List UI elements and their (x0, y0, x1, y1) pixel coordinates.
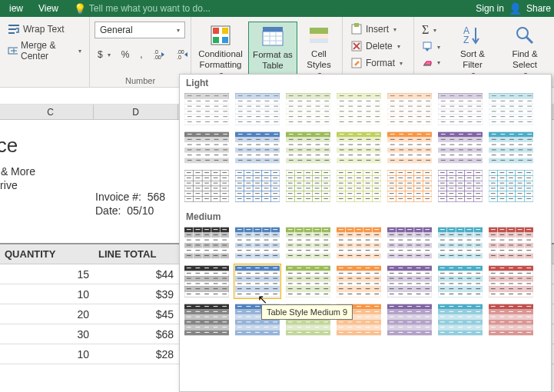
gallery-tooltip: Table Style Medium 9 (261, 304, 353, 320)
table-style-gallery[interactable]: Light Medium (179, 74, 552, 392)
table-style-thumb[interactable] (183, 225, 231, 261)
find-icon (513, 23, 537, 48)
cell-quantity[interactable]: 15 (0, 264, 94, 284)
wrap-text-button[interactable]: Wrap Text (5, 22, 85, 37)
table-style-thumb[interactable] (386, 91, 433, 127)
increase-decimal-button[interactable]: .0.00 (151, 48, 169, 61)
svg-point-32 (517, 28, 528, 38)
table-style-thumb[interactable] (284, 225, 332, 261)
svg-rect-906 (516, 175, 525, 181)
table-style-thumb[interactable] (386, 130, 433, 165)
col-header-d[interactable]: D (94, 105, 178, 119)
fill-button[interactable]: ▾ (419, 40, 443, 54)
cell-quantity[interactable]: 10 (0, 344, 94, 364)
col-header-c[interactable]: C (8, 105, 94, 119)
table-style-thumb[interactable] (284, 264, 332, 299)
svg-rect-910 (506, 181, 516, 186)
table-style-thumb[interactable] (234, 91, 281, 127)
table-style-thumb[interactable] (386, 264, 433, 299)
table-style-thumb[interactable] (487, 168, 535, 204)
table-style-thumb[interactable] (386, 302, 433, 337)
cell-quantity[interactable]: 30 (0, 324, 94, 344)
table-style-thumb[interactable] (284, 130, 332, 165)
table-style-thumb[interactable] (183, 302, 231, 337)
sort-filter-button[interactable]: AZ Sort & Filter▾ (448, 22, 497, 79)
table-style-thumb[interactable] (234, 130, 281, 165)
svg-rect-359 (286, 137, 330, 142)
svg-rect-144 (337, 104, 381, 109)
table-style-thumb[interactable] (284, 168, 332, 204)
format-button[interactable]: Format▾ (347, 55, 409, 71)
table-style-thumb[interactable] (386, 225, 433, 261)
svg-rect-71 (235, 98, 280, 104)
table-style-thumb[interactable] (487, 264, 535, 299)
table-style-thumb[interactable] (183, 130, 231, 165)
merge-center-button[interactable]: Merge & Center ▾ (5, 38, 85, 63)
autosum-button[interactable]: Σ▾ (419, 22, 443, 38)
svg-rect-1455 (489, 271, 533, 276)
svg-rect-792 (423, 181, 432, 186)
table-style-thumb[interactable] (386, 168, 433, 204)
table-style-thumb[interactable] (183, 91, 231, 127)
cell-line-total[interactable]: $44 (94, 264, 178, 284)
decrease-decimal-button[interactable]: .00.0 (174, 48, 192, 61)
cell-line-total[interactable]: $39 (94, 284, 178, 304)
table-style-thumb[interactable] (284, 91, 332, 127)
cell-line-total[interactable]: $68 (94, 324, 178, 344)
find-select-button[interactable]: Find & Select▾ (500, 22, 549, 79)
number-format-dropdown[interactable]: General ▾ (95, 22, 185, 38)
table-style-thumb[interactable] (436, 225, 484, 261)
chevron-down-icon: ▾ (78, 48, 81, 55)
insert-button[interactable]: Insert▾ (347, 22, 409, 37)
svg-rect-1456 (489, 276, 533, 281)
svg-rect-608 (235, 181, 244, 186)
merge-icon (8, 45, 18, 57)
header-line-total[interactable]: LINE TOTAL (94, 244, 178, 264)
table-style-thumb[interactable] (436, 168, 484, 204)
cell-line-total[interactable]: $28 (94, 344, 178, 364)
share-button[interactable]: Share (526, 3, 551, 14)
svg-rect-1635 (387, 309, 432, 314)
svg-rect-14 (263, 32, 283, 45)
table-style-thumb[interactable] (234, 264, 281, 299)
table-style-thumb[interactable] (234, 168, 281, 204)
tab-view[interactable]: View (32, 2, 65, 15)
table-style-thumb[interactable] (335, 264, 383, 299)
table-style-thumb[interactable] (436, 302, 484, 337)
format-as-table-button[interactable]: Format as Table▾ (248, 22, 297, 81)
table-style-thumb[interactable] (234, 225, 281, 261)
cell-quantity[interactable]: 20 (0, 304, 94, 324)
table-style-thumb[interactable] (183, 264, 231, 299)
sign-in-link[interactable]: Sign in (476, 3, 504, 14)
table-style-thumb[interactable] (335, 130, 383, 165)
table-style-thumb[interactable] (436, 130, 484, 165)
comma-button[interactable]: , (137, 48, 145, 61)
header-quantity[interactable]: QUANTITY (0, 244, 94, 264)
cell-quantity[interactable]: 10 (0, 284, 94, 304)
table-style-thumb[interactable] (436, 264, 484, 299)
titlebar-prev-tab[interactable]: iew (3, 2, 29, 15)
clear-button[interactable]: ▾ (419, 55, 443, 69)
percent-button[interactable]: % (118, 48, 133, 61)
table-style-thumb[interactable] (436, 91, 484, 127)
table-style-thumb[interactable] (183, 168, 231, 204)
table-style-thumb[interactable] (335, 168, 383, 204)
cell-styles-button[interactable]: Cell Styles▾ (300, 22, 337, 79)
table-style-thumb[interactable] (487, 225, 535, 261)
table-style-thumb[interactable] (487, 130, 535, 165)
table-style-thumb[interactable] (335, 91, 383, 127)
delete-cells-icon (350, 40, 363, 52)
currency-button[interactable]: $▾ (95, 48, 114, 61)
tell-me-search[interactable]: 💡 Tell me what you want to do... (74, 3, 211, 15)
conditional-formatting-button[interactable]: Conditional Formatting▾ (196, 22, 245, 79)
table-style-thumb[interactable] (335, 225, 383, 261)
conditional-formatting-label: Conditional Formatting (197, 49, 244, 71)
cell-line-total[interactable]: $45 (94, 304, 178, 324)
cell-styles-icon (307, 23, 331, 48)
table-style-thumb[interactable] (487, 302, 535, 337)
svg-rect-550 (202, 181, 211, 186)
cell-styles-label: Cell Styles (302, 49, 336, 71)
svg-rect-547 (220, 175, 229, 181)
table-style-thumb[interactable] (487, 91, 535, 127)
delete-button[interactable]: Delete▾ (347, 38, 409, 54)
